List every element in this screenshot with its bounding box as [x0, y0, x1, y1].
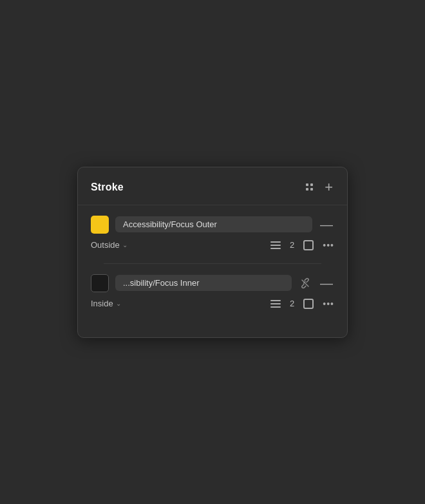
position-label-2: Inside: [91, 299, 113, 308]
remove-stroke-1-button[interactable]: —: [319, 217, 334, 232]
stroke-width-1[interactable]: 2: [290, 240, 294, 250]
stroke-list: Accessibility/Focus Outer — Outside ⌄ 2 …: [78, 205, 347, 309]
color-swatch-2[interactable]: [91, 274, 109, 292]
stroke-label-2[interactable]: ...sibility/Focus Inner: [115, 275, 292, 291]
color-swatch-1[interactable]: [91, 216, 109, 234]
unlink-stroke-2-button[interactable]: [298, 276, 312, 290]
stroke-width-2[interactable]: 2: [290, 299, 294, 308]
stroke-style-icon-1[interactable]: [270, 241, 281, 249]
position-dropdown-1[interactable]: Outside ⌄: [91, 240, 128, 250]
more-options-icon-2[interactable]: •••: [323, 299, 334, 309]
stroke-label-1[interactable]: Accessibility/Focus Outer: [115, 216, 312, 232]
more-options-icon-1[interactable]: •••: [323, 240, 334, 250]
position-label-1: Outside: [91, 240, 120, 250]
stroke-options-right-1: 2 •••: [270, 240, 334, 250]
panel-title: Stroke: [91, 182, 124, 193]
divider-1: [104, 263, 321, 264]
stroke-corner-icon-1[interactable]: [303, 240, 314, 250]
chevron-down-icon-2: ⌄: [116, 300, 121, 307]
plus-icon: +: [325, 180, 333, 194]
panel-header: Stroke +: [78, 167, 347, 205]
stroke-corner-icon-2[interactable]: [303, 299, 314, 309]
stroke-options-right-2: 2 •••: [270, 299, 334, 309]
stroke-panel: Stroke + Accessibility/Focus Outer —: [77, 167, 348, 338]
stroke-style-icon-2[interactable]: [270, 300, 281, 308]
chevron-down-icon-1: ⌄: [122, 241, 128, 248]
grid-icon: [306, 183, 313, 191]
stroke-item-2: ...sibility/Focus Inner —: [91, 274, 334, 292]
grid-view-button[interactable]: [305, 182, 314, 192]
add-stroke-button[interactable]: +: [323, 179, 334, 196]
stroke-item-1: Accessibility/Focus Outer —: [91, 216, 334, 234]
stroke-options-1: Outside ⌄ 2 •••: [91, 240, 334, 250]
stroke-options-2: Inside ⌄ 2 •••: [91, 299, 334, 309]
header-actions: +: [305, 179, 334, 196]
position-dropdown-2[interactable]: Inside ⌄: [91, 299, 121, 308]
broken-link-svg: [299, 277, 311, 289]
remove-stroke-2-button[interactable]: —: [319, 275, 334, 291]
